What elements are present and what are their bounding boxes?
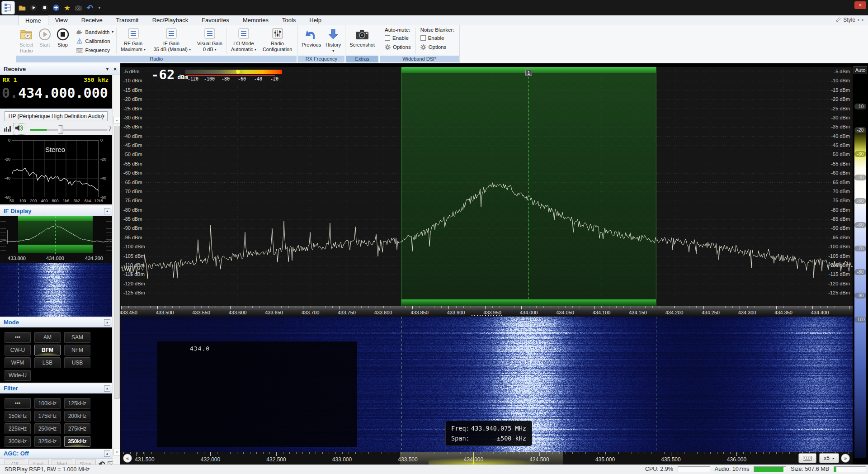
filter-button-200khz[interactable]: 200kHz [64, 411, 90, 422]
tab-help[interactable]: Help [302, 15, 328, 25]
filter-button-250khz[interactable]: 250kHz [34, 423, 61, 434]
audio-device-select[interactable]: HP (Périphérique High Definition Audio) … [5, 111, 108, 121]
automute-options[interactable]: Options [385, 43, 411, 51]
checkbox-icon[interactable] [420, 35, 426, 41]
style-selector[interactable]: Style ▾ ▾ [835, 17, 863, 23]
filter-button-325khz[interactable]: 325kHz [34, 436, 61, 447]
mode-button-wide-u[interactable]: Wide-U [5, 370, 31, 381]
keyboard-entry-button[interactable] [798, 453, 816, 463]
restore-icon[interactable]: ↶ [99, 460, 105, 465]
if-spectrum[interactable] [0, 216, 112, 254]
zoom-label: x5 [824, 455, 830, 461]
scroll-down-icon[interactable]: ▾ [113, 449, 120, 455]
volume-slider-handle[interactable] [58, 125, 63, 134]
mode-button-nfm[interactable]: NFM [64, 345, 90, 356]
tab-favourites[interactable]: Favourites [195, 15, 236, 25]
tab-view[interactable]: View [48, 15, 75, 25]
undo-icon[interactable]: ↶ [86, 4, 94, 12]
if-waterfall[interactable] [0, 263, 112, 317]
collapse-button[interactable]: ▴ [104, 450, 110, 457]
stop-button[interactable]: Stop [54, 26, 72, 56]
filter-button-more[interactable]: ••• [5, 398, 31, 409]
filter-button-125khz[interactable]: 125kHz [64, 398, 90, 409]
filter-button-175khz[interactable]: 175kHz [34, 411, 61, 422]
filter-button-275khz[interactable]: 275kHz [64, 423, 90, 434]
stop-icon[interactable] [41, 4, 48, 12]
favourite-icon[interactable]: ★ [63, 4, 71, 12]
zoom-x5-button[interactable]: x5▸ [819, 453, 839, 463]
waterfall-display[interactable]: 434.0 - Freq:433.940.075 MHz Span:±500 k… [121, 317, 853, 452]
filter-button-100khz[interactable]: 100kHz [34, 398, 61, 409]
agc-button-fast[interactable]: Fast [28, 460, 49, 465]
scrollbar-thumb[interactable] [114, 126, 120, 399]
frequency-display[interactable]: RX 1 350 kHz 0.434.000.000 [0, 75, 112, 109]
previous-button[interactable]: Previous [299, 26, 323, 56]
mode-button-wfm[interactable]: WFM [5, 357, 31, 368]
agc-button-med[interactable]: Med [52, 460, 72, 465]
app-menu-button[interactable] [1, 1, 15, 14]
filter-button-225khz[interactable]: 225kHz [5, 423, 31, 434]
frequency-readout[interactable]: 0.434.000.000 [2, 85, 108, 101]
history-button[interactable]: History ▾ [323, 26, 343, 56]
mute-button[interactable] [14, 123, 25, 135]
collapse-ribbon-icon[interactable]: ▾ [862, 18, 863, 22]
screenshot-button[interactable]: Screenshot [347, 26, 377, 56]
tab-receive[interactable]: Receive [75, 15, 109, 25]
left-panel-scrollbar[interactable]: ▴ ▾ [113, 75, 120, 465]
tab-tools[interactable]: Tools [275, 15, 302, 25]
automute-enable[interactable]: Enable [385, 34, 411, 42]
noise-blanker-options[interactable]: Options [420, 43, 454, 51]
if-gain-button[interactable]: IF Gain -35 dB (Manual)▾ [149, 26, 194, 56]
checkbox-icon[interactable] [385, 35, 390, 41]
collapse-button[interactable]: ▴ [104, 385, 110, 392]
filter-button-300khz[interactable]: 300kHz [5, 436, 31, 447]
select-radio-button[interactable]: Select Radio [17, 26, 36, 56]
open-folder-icon[interactable] [18, 4, 26, 12]
qat-customize-icon[interactable]: ▾ [97, 4, 102, 12]
mode-button-lsb[interactable]: LSB [34, 357, 61, 368]
bandwidth-icon [76, 28, 83, 35]
panel-menu-icon[interactable]: ▾ [106, 63, 108, 75]
volume-slider[interactable] [30, 129, 108, 131]
tab-home[interactable]: Home [18, 15, 48, 25]
scroll-up-icon[interactable]: ▴ [113, 117, 120, 123]
freq-tick-label: 434.300 [738, 310, 756, 315]
pan-left-button[interactable]: « [123, 454, 132, 463]
rf-gain-button[interactable]: RF Gain Maximum▾ [118, 26, 149, 56]
filter-button-150khz[interactable]: 150kHz [5, 411, 31, 422]
radio-configuration-button[interactable]: Radio Configuration [259, 26, 295, 56]
pan-right-button[interactable]: » [841, 454, 850, 463]
screenshot-camera-icon[interactable] [75, 4, 82, 12]
lo-mode-button[interactable]: LO Mode Automatic▾ [228, 26, 259, 56]
agc-button-off[interactable]: Off [5, 460, 25, 465]
tab-rec-playback[interactable]: Rec/Playback [146, 15, 195, 25]
auto-range-button[interactable]: Auto [854, 66, 867, 74]
rx-marker-badge[interactable]: 1 [525, 70, 532, 76]
tab-transmit[interactable]: Transmit [109, 15, 146, 25]
start-button[interactable]: Start [36, 26, 54, 56]
tab-memories[interactable]: Memories [236, 15, 275, 25]
equalizer-icon[interactable] [4, 125, 12, 134]
panel-close-icon[interactable]: × [113, 63, 117, 75]
add-icon[interactable] [52, 4, 60, 12]
spectrum-frequency-scale[interactable]: 433.450433.500433.550433.600433.650433.7… [121, 306, 853, 317]
collapse-button[interactable]: ▴ [104, 208, 110, 214]
spectrum-display[interactable]: -5 dBm-10 dBm-15 dBm-20 dBm-25 dBm-30 dB… [121, 67, 853, 306]
mode-button-usb[interactable]: USB [64, 357, 90, 368]
mode-button-sam[interactable]: SAM [64, 332, 90, 343]
band-navigation-bar[interactable]: 431.500432.000432.500433.000433.500434.0… [121, 452, 853, 465]
filter-button-350khz[interactable]: 350kHz [64, 436, 90, 447]
mode-button-bfm[interactable]: BFM [34, 345, 61, 356]
mode-button-cw-u[interactable]: CW-U [5, 345, 31, 356]
calibration-button[interactable]: Calibration [76, 37, 114, 45]
visual-gain-button[interactable]: Visual Gain 0 dB▾ [194, 26, 226, 56]
start-icon[interactable] [29, 4, 37, 12]
mode-button-am[interactable]: AM [34, 332, 61, 343]
noise-blanker-enable[interactable]: Enable [420, 34, 454, 42]
bandwidth-button[interactable]: Bandwidth ▾ [76, 28, 114, 36]
collapse-button[interactable]: ▴ [104, 319, 110, 326]
agc-button-slow[interactable]: Slow [75, 460, 96, 465]
frequency-button[interactable]: Frequency [76, 46, 114, 54]
close-button[interactable]: × [854, 1, 866, 9]
mode-button-more[interactable]: ••• [5, 332, 31, 343]
